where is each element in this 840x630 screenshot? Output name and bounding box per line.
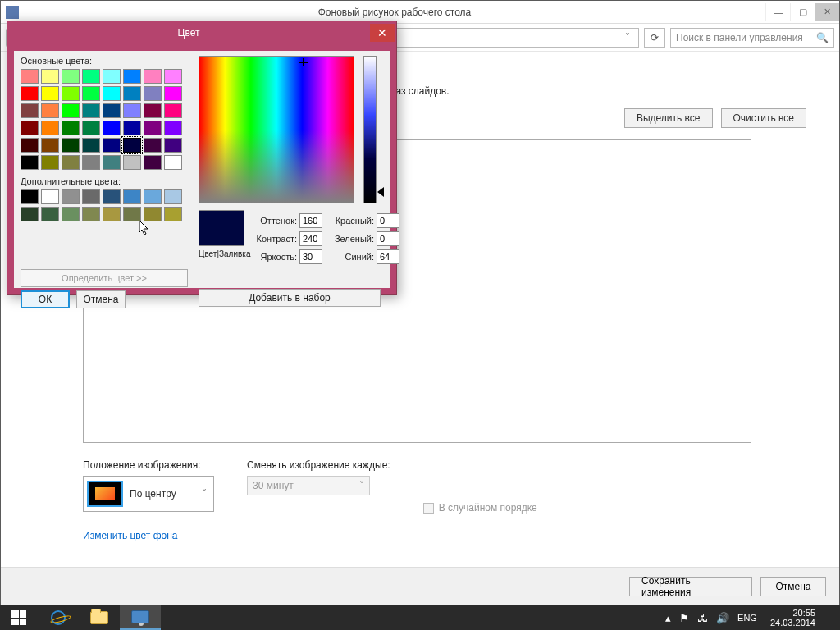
color-dialog-close-button[interactable]: ✕ [370, 24, 395, 42]
select-all-button[interactable]: Выделить все [624, 108, 713, 128]
add-to-custom-button[interactable]: Добавить в набор [199, 289, 381, 307]
custom-color-swatch[interactable] [21, 189, 39, 204]
basic-color-swatch[interactable] [164, 86, 182, 101]
basic-color-swatch[interactable] [144, 138, 162, 153]
basic-color-swatch[interactable] [82, 69, 100, 84]
basic-color-swatch[interactable] [41, 86, 59, 101]
close-button[interactable]: ✕ [815, 3, 839, 21]
basic-color-swatch[interactable] [21, 121, 39, 135]
basic-color-swatch[interactable] [164, 155, 182, 170]
start-button[interactable] [0, 605, 38, 630]
basic-color-swatch[interactable] [144, 103, 162, 118]
basic-color-swatch[interactable] [41, 121, 59, 135]
basic-color-swatch[interactable] [123, 138, 141, 153]
basic-color-swatch[interactable] [62, 69, 80, 84]
basic-color-swatch[interactable] [62, 138, 80, 153]
custom-color-swatch[interactable] [103, 189, 121, 204]
basic-color-swatch[interactable] [164, 138, 182, 153]
tray-chevron-icon[interactable]: ▴ [665, 612, 671, 624]
basic-color-swatch[interactable] [123, 103, 141, 118]
taskbar-explorer-button[interactable] [79, 605, 120, 630]
custom-color-swatch[interactable] [103, 207, 121, 221]
custom-color-swatch[interactable] [164, 207, 182, 221]
basic-color-swatch[interactable] [41, 69, 59, 84]
basic-color-swatch[interactable] [62, 121, 80, 135]
position-combo[interactable]: По центру ˅ [83, 476, 214, 512]
custom-color-swatch[interactable] [41, 189, 59, 204]
lum-input[interactable] [299, 249, 322, 264]
blue-input[interactable] [377, 249, 399, 264]
basic-color-swatch[interactable] [123, 155, 141, 170]
basic-color-swatch[interactable] [21, 155, 39, 170]
basic-color-swatch[interactable] [82, 103, 100, 118]
custom-color-swatch[interactable] [82, 207, 100, 221]
tray-language[interactable]: ENG [737, 613, 757, 623]
basic-color-swatch[interactable] [164, 103, 182, 118]
basic-color-swatch[interactable] [123, 86, 141, 101]
basic-color-swatch[interactable] [82, 155, 100, 170]
color-dialog-titlebar[interactable]: Цвет ✕ [7, 21, 396, 44]
basic-color-swatch[interactable] [21, 138, 39, 153]
custom-color-swatch[interactable] [21, 207, 39, 221]
maximize-button[interactable]: ▢ [790, 3, 815, 21]
basic-color-swatch[interactable] [41, 103, 59, 118]
basic-color-swatch[interactable] [41, 155, 59, 170]
red-input[interactable] [377, 213, 399, 228]
change-color-link[interactable]: Изменить цвет фона [83, 530, 178, 541]
basic-color-swatch[interactable] [21, 86, 39, 101]
basic-color-swatch[interactable] [144, 121, 162, 135]
basic-color-swatch[interactable] [144, 69, 162, 84]
hue-input[interactable] [299, 213, 322, 228]
tray-network-icon[interactable]: 🖧 [697, 612, 708, 624]
basic-color-swatch[interactable] [62, 103, 80, 118]
basic-color-swatch[interactable] [144, 155, 162, 170]
basic-color-swatch[interactable] [103, 69, 121, 84]
custom-color-swatch[interactable] [62, 189, 80, 204]
sat-input[interactable] [299, 231, 322, 246]
basic-color-swatch[interactable] [123, 69, 141, 84]
basic-color-swatch[interactable] [41, 138, 59, 153]
basic-color-swatch[interactable] [103, 155, 121, 170]
custom-color-swatch[interactable] [164, 189, 182, 204]
basic-color-swatch[interactable] [21, 103, 39, 118]
basic-color-swatch[interactable] [82, 138, 100, 153]
basic-color-swatch[interactable] [103, 86, 121, 101]
custom-color-swatch[interactable] [123, 189, 141, 204]
luminance-slider[interactable] [363, 56, 377, 203]
tray-clock[interactable]: 20:55 24.03.2014 [765, 606, 820, 629]
basic-color-swatch[interactable] [21, 69, 39, 84]
basic-color-swatch[interactable] [123, 121, 141, 135]
custom-color-swatch[interactable] [82, 189, 100, 204]
basic-color-swatch[interactable] [82, 121, 100, 135]
address-dropdown-icon[interactable]: ˅ [622, 32, 633, 43]
minimize-button[interactable]: — [765, 3, 790, 21]
basic-color-swatch[interactable] [62, 86, 80, 101]
color-ok-button[interactable]: ОК [21, 290, 70, 308]
refresh-button[interactable]: ⟳ [644, 28, 665, 48]
search-input[interactable]: Поиск в панели управления 🔍 [670, 28, 834, 48]
basic-color-swatch[interactable] [103, 103, 121, 118]
tray-volume-icon[interactable]: 🔊 [716, 612, 729, 624]
basic-color-swatch[interactable] [103, 138, 121, 153]
custom-color-swatch[interactable] [41, 207, 59, 221]
custom-color-swatch[interactable] [144, 189, 162, 204]
basic-color-swatch[interactable] [103, 121, 121, 135]
taskbar-display-settings-button[interactable] [120, 605, 161, 630]
basic-color-swatch[interactable] [164, 69, 182, 84]
green-input[interactable] [377, 231, 399, 246]
basic-color-swatch[interactable] [144, 86, 162, 101]
basic-color-swatch[interactable] [164, 121, 182, 135]
color-cancel-button[interactable]: Отмена [76, 290, 126, 308]
custom-color-swatch[interactable] [62, 207, 80, 221]
cancel-button[interactable]: Отмена [760, 577, 826, 596]
clear-all-button[interactable]: Очистить все [721, 108, 806, 128]
basic-color-swatch[interactable] [82, 86, 100, 101]
taskbar-ie-button[interactable] [38, 605, 79, 630]
custom-color-swatch[interactable] [123, 207, 141, 221]
show-desktop-button[interactable] [829, 605, 835, 630]
save-changes-button[interactable]: Сохранить изменения [629, 577, 752, 596]
basic-color-swatch[interactable] [62, 155, 80, 170]
custom-color-swatch[interactable] [144, 207, 162, 221]
tray-flag-icon[interactable]: ⚑ [679, 612, 689, 624]
color-spectrum[interactable] [199, 56, 354, 203]
